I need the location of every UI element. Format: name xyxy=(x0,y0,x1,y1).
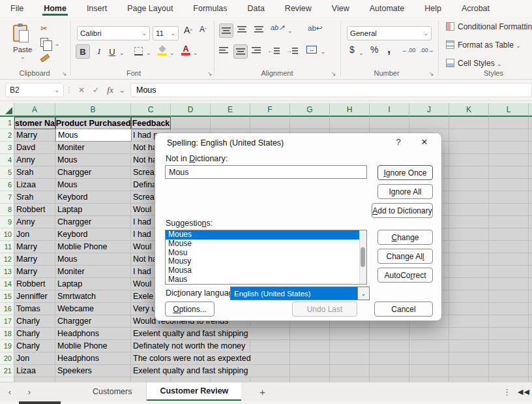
cell[interactable] xyxy=(131,377,171,382)
select-all-corner[interactable] xyxy=(0,103,14,117)
cell[interactable] xyxy=(250,117,290,129)
ribbon-tab-page-layout[interactable]: Page Layout xyxy=(126,1,174,16)
top-align-button[interactable] xyxy=(219,23,233,38)
cell[interactable] xyxy=(449,253,489,266)
cell-product-purchased[interactable]: Laptap xyxy=(55,204,84,215)
cell[interactable] xyxy=(489,129,529,142)
cell[interactable] xyxy=(290,377,330,382)
hscroll-left-icons[interactable]: ◀◀ xyxy=(518,388,531,396)
ribbon-tab-home[interactable]: Home xyxy=(42,1,68,16)
middle-align-button[interactable] xyxy=(237,26,246,33)
row-number[interactable] xyxy=(0,377,14,382)
cell-customer-name[interactable]: Jenniffer xyxy=(14,290,50,302)
cell-feedback[interactable]: Screa xyxy=(131,191,156,203)
column-header-H[interactable]: H xyxy=(330,103,370,117)
cell[interactable] xyxy=(489,328,529,340)
suggestions-list[interactable]: MouesMouseMosuMousyMousaMaus xyxy=(165,230,367,285)
cell-product-purchased[interactable]: Laptap xyxy=(55,278,84,290)
insert-function-button[interactable]: fx xyxy=(103,85,117,95)
bottom-align-button[interactable] xyxy=(254,26,263,33)
cell[interactable] xyxy=(250,365,290,377)
cell-feedback[interactable]: I had xyxy=(131,266,153,277)
number-dialog-launcher[interactable]: ↘ xyxy=(429,70,434,77)
cell[interactable] xyxy=(370,377,409,382)
cell[interactable] xyxy=(529,365,532,377)
help-icon[interactable]: ? xyxy=(391,137,406,147)
cell[interactable] xyxy=(529,241,532,253)
cell-product-purchased[interactable]: Keybord xyxy=(55,191,90,203)
not-in-dictionary-field[interactable]: Mous xyxy=(165,165,367,179)
borders-button[interactable] xyxy=(134,47,143,55)
cut-button[interactable]: ✂ xyxy=(40,23,48,33)
ribbon-tab-insert[interactable]: Insert xyxy=(85,1,108,16)
row-number[interactable]: 12 xyxy=(0,253,14,266)
column-header-K[interactable]: K xyxy=(449,103,489,117)
enter-entry-button[interactable]: ✓ xyxy=(89,85,103,95)
clipboard-dialog-launcher[interactable]: ↘ xyxy=(62,70,67,77)
ribbon-tab-review[interactable]: Review xyxy=(284,1,313,16)
cell-product-purchased[interactable]: Chargger xyxy=(55,216,93,228)
cell[interactable] xyxy=(489,266,529,278)
cell-feedback[interactable]: The colors were not as expexted xyxy=(131,352,253,364)
cell-feedback[interactable]: Woul xyxy=(131,204,153,215)
cell-customer-name[interactable]: Charly xyxy=(14,328,42,339)
cell[interactable] xyxy=(489,253,529,266)
row-number[interactable]: 13 xyxy=(0,266,14,278)
row-number[interactable]: 19 xyxy=(0,340,14,352)
cell-feedback[interactable]: Woul xyxy=(131,241,153,253)
row-number[interactable]: 8 xyxy=(0,204,14,216)
cell[interactable] xyxy=(529,228,532,241)
italic-button[interactable]: I xyxy=(93,44,105,59)
cell[interactable] xyxy=(489,290,529,303)
column-header-E[interactable]: E xyxy=(211,103,250,117)
cell[interactable] xyxy=(370,340,409,352)
cell[interactable] xyxy=(489,228,529,241)
cell-customer-name[interactable]: Lizaa xyxy=(14,179,38,191)
increase-decimal-button[interactable]: ←.00 xyxy=(402,47,416,54)
cell[interactable] xyxy=(489,340,529,352)
cell[interactable] xyxy=(489,166,529,179)
cell[interactable] xyxy=(529,154,532,166)
cell[interactable] xyxy=(290,365,330,377)
suggestion-item[interactable]: Mousa xyxy=(166,266,366,275)
cell[interactable] xyxy=(211,377,250,382)
name-box[interactable]: B2⌄ xyxy=(5,83,64,97)
grow-font-button[interactable]: A^ xyxy=(184,25,192,35)
cell[interactable] xyxy=(409,340,449,352)
column-header-I[interactable]: I xyxy=(370,103,409,117)
dictionary-language-combo[interactable]: English (United States) ⌄ xyxy=(230,287,370,300)
cell-product-purchased[interactable]: Smrtwatch xyxy=(55,290,98,302)
underline-button[interactable]: U xyxy=(106,44,118,59)
cell-product-purchased[interactable]: Moniter xyxy=(55,142,87,153)
cell-feedback[interactable]: Screa xyxy=(131,166,156,178)
align-left-button[interactable] xyxy=(219,47,228,54)
row-number[interactable]: 6 xyxy=(0,179,14,191)
cell[interactable] xyxy=(529,204,532,216)
cell[interactable] xyxy=(449,117,489,129)
cell[interactable] xyxy=(330,328,370,340)
cell[interactable] xyxy=(489,352,529,365)
cell[interactable] xyxy=(330,377,370,382)
cell[interactable] xyxy=(171,377,211,382)
row-number[interactable]: 7 xyxy=(0,191,14,204)
cell[interactable] xyxy=(489,191,529,204)
font-dialog-launcher[interactable]: ↘ xyxy=(207,70,213,77)
cell[interactable] xyxy=(449,266,489,278)
cell-product-purchased[interactable]: Moniter xyxy=(55,266,87,277)
ribbon-tab-help[interactable]: Help xyxy=(423,1,443,16)
row-number[interactable]: 4 xyxy=(0,154,14,166)
cell[interactable] xyxy=(55,377,131,382)
cell-customer-name[interactable]: Robbert xyxy=(14,278,47,290)
cell[interactable] xyxy=(330,340,370,352)
column-header-A[interactable]: A xyxy=(14,103,55,117)
comma-style-button[interactable]: , xyxy=(387,42,391,56)
shrink-font-button[interactable]: Aˇ xyxy=(200,25,207,34)
cell-customer-name[interactable]: Anny xyxy=(14,154,37,166)
cell[interactable] xyxy=(370,117,409,129)
cell-customer-name[interactable]: Tomas xyxy=(14,303,42,315)
suggestion-item[interactable]: Mousy xyxy=(166,257,366,266)
cell-feedback[interactable]: I had xyxy=(131,216,153,228)
cell[interactable] xyxy=(449,204,489,216)
cell[interactable] xyxy=(449,241,489,253)
cell-customer-name[interactable]: Jon xyxy=(14,228,31,240)
